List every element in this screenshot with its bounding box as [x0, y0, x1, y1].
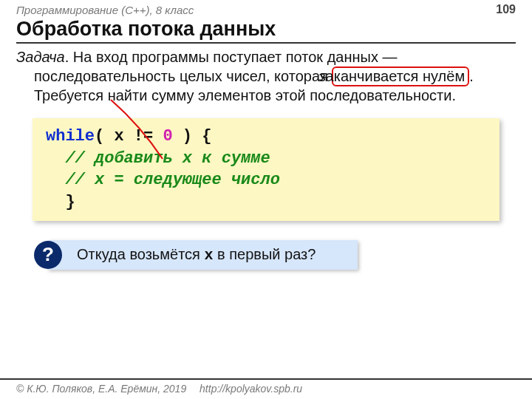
- slide-header: Программирование (C++), 8 класс 109: [0, 0, 532, 18]
- question-x: x: [204, 247, 213, 264]
- question-text-1: Откуда возьмётся: [77, 246, 204, 262]
- question-callout: ? Откуда возьмётся x в первый раз?: [47, 240, 358, 270]
- question-mark-icon: ?: [34, 241, 62, 269]
- kw-while: while: [46, 127, 95, 146]
- code-brace: }: [65, 193, 75, 211]
- task-label: Задача: [16, 49, 65, 65]
- code-comment-1: // добавить x к сумме: [65, 149, 270, 168]
- page-title: Обработка потока данных: [16, 18, 516, 44]
- page-number: 109: [496, 3, 516, 16]
- slide-footer: © К.Ю. Поляков, Е.А. Ерёмин, 2019 http:/…: [0, 378, 532, 399]
- question-text-2: в первый раз?: [213, 246, 316, 262]
- code-zero: 0: [163, 127, 172, 146]
- footer-url: http://kpolyakov.spb.ru: [200, 383, 302, 395]
- footer-copyright: © К.Ю. Поляков, Е.А. Ерёмин, 2019: [16, 383, 186, 395]
- course-name: Программирование (C++), 8 класс: [16, 4, 194, 16]
- code-cond-close: ) {: [173, 127, 212, 146]
- code-block: while( x != 0 ) { // добавить x к сумме …: [33, 118, 499, 221]
- code-comment-2: // x = следующее число: [65, 171, 279, 189]
- task-paragraph: Задача. На вход программы поступает пото…: [0, 48, 532, 105]
- highlight-ends-with-zero: заканчивается нулём: [332, 66, 469, 86]
- code-cond-open: ( x !=: [95, 127, 163, 146]
